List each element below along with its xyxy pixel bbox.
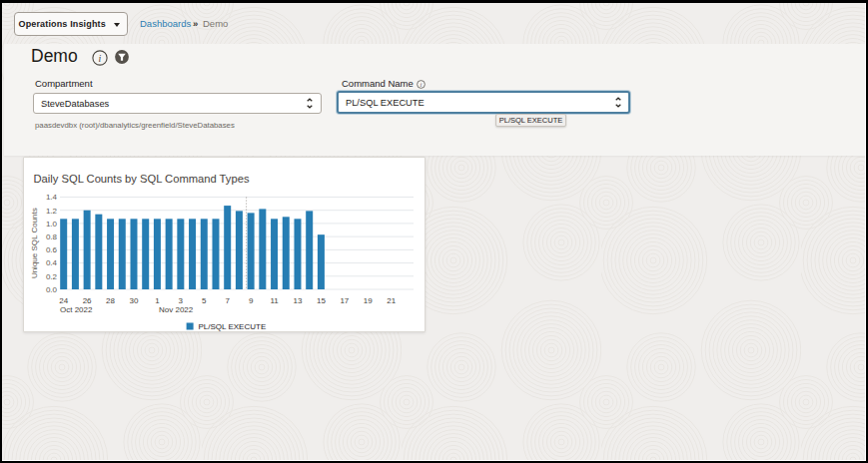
svg-text:5: 5 (202, 296, 207, 305)
svg-text:i: i (98, 53, 101, 64)
svg-text:17: 17 (340, 296, 349, 305)
svg-text:28: 28 (106, 296, 115, 305)
svg-text:Daily SQL Counts by SQL Comman: Daily SQL Counts by SQL Command Types (34, 173, 250, 185)
svg-text:Oct 2022: Oct 2022 (60, 305, 93, 314)
svg-text:1.4: 1.4 (46, 193, 58, 202)
svg-text:26: 26 (83, 296, 92, 305)
svg-text:0.2: 0.2 (46, 272, 58, 281)
svg-text:3: 3 (179, 296, 184, 305)
svg-text:13: 13 (294, 296, 303, 305)
svg-text:PL/SQL EXECUTE: PL/SQL EXECUTE (199, 322, 267, 331)
svg-text:0.0: 0.0 (46, 285, 58, 294)
svg-text:24: 24 (59, 296, 68, 305)
svg-text:21: 21 (387, 296, 396, 305)
svg-text:7: 7 (225, 296, 230, 305)
svg-text:0.8: 0.8 (46, 232, 58, 241)
svg-text:30: 30 (130, 296, 139, 305)
svg-text:1: 1 (155, 296, 160, 305)
svg-text:9: 9 (249, 296, 254, 305)
svg-text:15: 15 (317, 296, 326, 305)
svg-text:19: 19 (364, 296, 373, 305)
svg-text:0.6: 0.6 (46, 245, 58, 254)
svg-text:1.2: 1.2 (46, 207, 58, 216)
svg-text:i: i (421, 80, 423, 87)
svg-text:0.4: 0.4 (46, 258, 58, 267)
svg-text:Nov 2022: Nov 2022 (159, 305, 194, 314)
svg-text:11: 11 (270, 296, 279, 305)
svg-text:1.0: 1.0 (46, 220, 58, 229)
svg-text:Unique SQL Counts: Unique SQL Counts (30, 208, 39, 278)
